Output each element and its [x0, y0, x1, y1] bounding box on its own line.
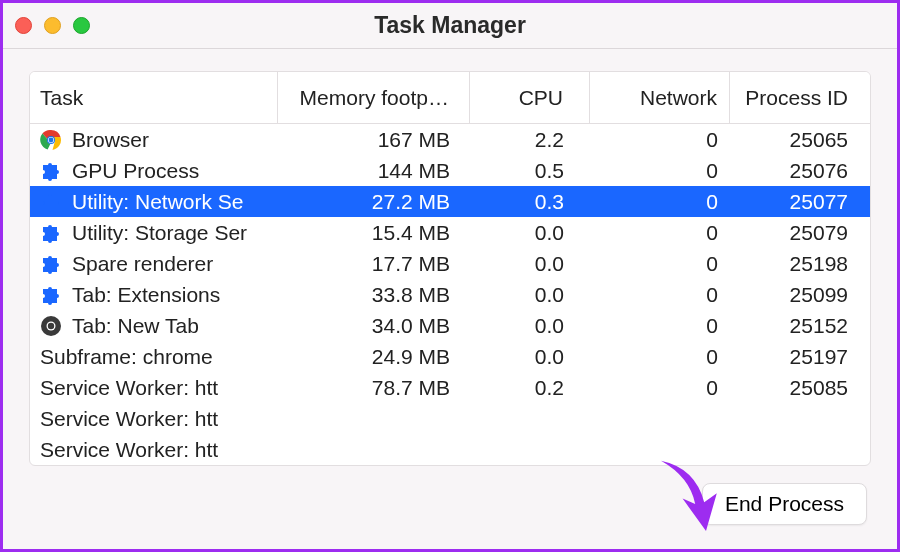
task-name: Service Worker: htt	[40, 407, 218, 431]
task-name: Service Worker: htt	[40, 438, 218, 462]
cell-task: Spare renderer	[30, 248, 278, 279]
puzzle-icon	[40, 160, 62, 182]
minimize-icon[interactable]	[44, 17, 61, 34]
cell-pid	[730, 434, 870, 465]
process-table: Task Memory footp… CPU Network Process I…	[29, 71, 871, 466]
cell-pid: 25085	[730, 372, 870, 403]
cell-task: GPU Process	[30, 155, 278, 186]
cell-memory: 33.8 MB	[278, 279, 470, 310]
task-name: Tab: New Tab	[72, 314, 199, 338]
chrome-dark-icon	[40, 315, 62, 337]
table-row[interactable]: Service Worker: htt78.7 MB0.2025085	[30, 372, 870, 403]
window-frame: Task Manager Task Memory footp… CPU Netw…	[0, 0, 900, 552]
zoom-icon[interactable]	[73, 17, 90, 34]
cell-pid: 25065	[730, 124, 870, 155]
cell-network: 0	[590, 372, 730, 403]
cell-cpu: 2.2	[470, 124, 590, 155]
cell-task: Service Worker: htt	[30, 372, 278, 403]
cell-memory: 78.7 MB	[278, 372, 470, 403]
task-name: GPU Process	[72, 159, 199, 183]
cell-network: 0	[590, 248, 730, 279]
task-name: Service Worker: htt	[40, 376, 218, 400]
table-row[interactable]: Subframe: chrome24.9 MB0.0025197	[30, 341, 870, 372]
table-row[interactable]: Service Worker: htt	[30, 434, 870, 465]
cell-memory: 17.7 MB	[278, 248, 470, 279]
cell-task: Service Worker: htt	[30, 403, 278, 434]
puzzle-icon	[40, 222, 62, 244]
table-body: Browser167 MB2.2025065GPU Process144 MB0…	[30, 124, 870, 465]
cell-network: 0	[590, 155, 730, 186]
cell-task: Utility: Storage Ser	[30, 217, 278, 248]
cell-pid: 25198	[730, 248, 870, 279]
cell-cpu: 0.0	[470, 310, 590, 341]
table-row[interactable]: Tab: Extensions33.8 MB0.0025099	[30, 279, 870, 310]
cell-pid: 25076	[730, 155, 870, 186]
cell-network: 0	[590, 217, 730, 248]
footer: End Process	[3, 466, 897, 549]
cell-cpu: 0.5	[470, 155, 590, 186]
cell-pid: 25197	[730, 341, 870, 372]
column-header-network[interactable]: Network	[590, 72, 730, 123]
cell-cpu	[470, 403, 590, 434]
cell-network	[590, 434, 730, 465]
cell-cpu: 0.0	[470, 248, 590, 279]
cell-memory: 24.9 MB	[278, 341, 470, 372]
cell-memory: 34.0 MB	[278, 310, 470, 341]
cell-task: Subframe: chrome	[30, 341, 278, 372]
cell-network: 0	[590, 341, 730, 372]
cell-cpu: 0.0	[470, 341, 590, 372]
task-name: Utility: Network Se	[72, 190, 244, 214]
cell-cpu: 0.0	[470, 217, 590, 248]
table-row[interactable]: Service Worker: htt	[30, 403, 870, 434]
cell-network: 0	[590, 310, 730, 341]
cell-task: Service Worker: htt	[30, 434, 278, 465]
cell-cpu: 0.3	[470, 186, 590, 217]
table-row[interactable]: GPU Process144 MB0.5025076	[30, 155, 870, 186]
cell-pid: 25077	[730, 186, 870, 217]
cell-network	[590, 403, 730, 434]
cell-memory	[278, 403, 470, 434]
cell-task: Browser	[30, 124, 278, 155]
chrome-icon	[40, 129, 62, 151]
window-controls	[15, 17, 90, 34]
task-name: Subframe: chrome	[40, 345, 213, 369]
puzzle-icon	[40, 284, 62, 306]
puzzle-icon	[40, 191, 62, 213]
table-row[interactable]: Browser167 MB2.2025065	[30, 124, 870, 155]
table-row[interactable]: Utility: Network Se27.2 MB0.3025077	[30, 186, 870, 217]
cell-memory: 15.4 MB	[278, 217, 470, 248]
task-name: Tab: Extensions	[72, 283, 220, 307]
cell-memory: 27.2 MB	[278, 186, 470, 217]
table-row[interactable]: Tab: New Tab34.0 MB0.0025152	[30, 310, 870, 341]
table-header-row: Task Memory footp… CPU Network Process I…	[30, 72, 870, 124]
task-name: Browser	[72, 128, 149, 152]
cell-memory: 144 MB	[278, 155, 470, 186]
cell-task: Tab: Extensions	[30, 279, 278, 310]
cell-cpu: 0.2	[470, 372, 590, 403]
cell-cpu: 0.0	[470, 279, 590, 310]
task-name: Spare renderer	[72, 252, 213, 276]
cell-pid: 25079	[730, 217, 870, 248]
column-header-cpu[interactable]: CPU	[470, 72, 590, 123]
titlebar[interactable]: Task Manager	[3, 3, 897, 49]
cell-memory	[278, 434, 470, 465]
cell-task: Tab: New Tab	[30, 310, 278, 341]
column-header-task[interactable]: Task	[30, 72, 278, 123]
cell-network: 0	[590, 124, 730, 155]
cell-network: 0	[590, 186, 730, 217]
end-process-button[interactable]: End Process	[702, 483, 867, 525]
window-title: Task Manager	[3, 12, 897, 39]
task-name: Utility: Storage Ser	[72, 221, 247, 245]
cell-memory: 167 MB	[278, 124, 470, 155]
cell-network: 0	[590, 279, 730, 310]
column-header-memory[interactable]: Memory footp…	[278, 72, 470, 123]
column-header-pid[interactable]: Process ID	[730, 72, 870, 123]
cell-pid	[730, 403, 870, 434]
close-icon[interactable]	[15, 17, 32, 34]
table-row[interactable]: Utility: Storage Ser15.4 MB0.0025079	[30, 217, 870, 248]
cell-pid: 25152	[730, 310, 870, 341]
cell-pid: 25099	[730, 279, 870, 310]
table-row[interactable]: Spare renderer17.7 MB0.0025198	[30, 248, 870, 279]
cell-cpu	[470, 434, 590, 465]
cell-task: Utility: Network Se	[30, 186, 278, 217]
